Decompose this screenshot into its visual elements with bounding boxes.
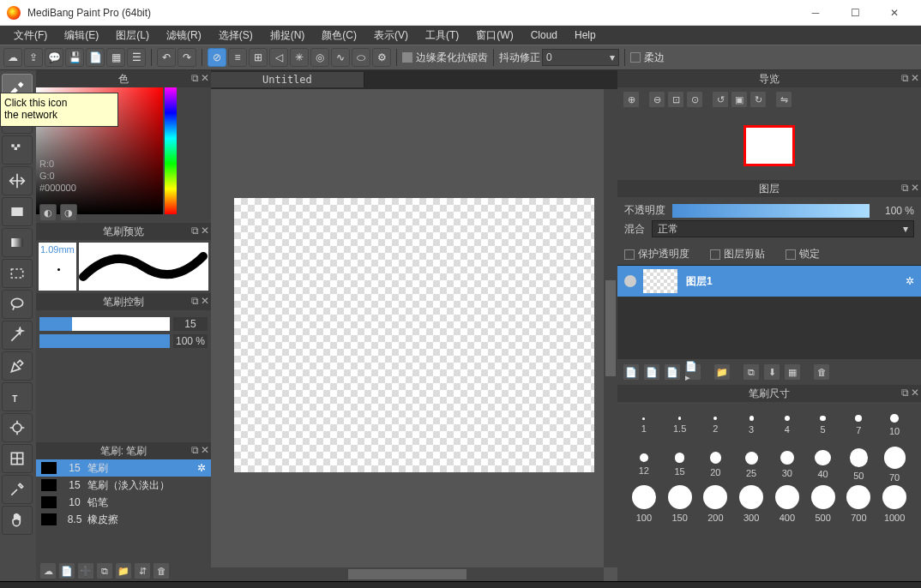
brush-size-cell[interactable]: 5 [805, 405, 841, 445]
detach-icon[interactable]: ⧉ [191, 295, 199, 307]
brush-size-cell[interactable]: 300 [733, 484, 769, 524]
brush-size-cell[interactable]: 10 [876, 405, 912, 445]
rotate-ccw-icon[interactable]: ↺ [712, 91, 729, 108]
vertical-scrollbar[interactable] [604, 89, 617, 567]
brush-size-cell[interactable]: 400 [769, 484, 805, 524]
menu-layer[interactable]: 图层(L) [107, 28, 158, 43]
shake-correction-combo[interactable]: 0▾ [542, 49, 619, 66]
canvas-area[interactable] [211, 89, 617, 581]
brush-size-cell[interactable]: 40 [805, 445, 841, 484]
close-icon[interactable]: ✕ [201, 295, 209, 307]
swatch-bg-icon[interactable]: ◑ [60, 204, 77, 221]
add-group-icon[interactable]: ➕ [77, 562, 94, 579]
zoom-in-icon[interactable]: ⊕ [623, 91, 640, 108]
redo-icon[interactable]: ↷ [178, 48, 196, 67]
lock-checkbox[interactable]: 锁定 [786, 247, 820, 261]
menu-tools[interactable]: 工具(T) [417, 28, 467, 43]
detach-icon[interactable]: ⧉ [901, 387, 909, 399]
close-icon[interactable]: ✕ [911, 72, 919, 84]
dot-tool[interactable] [2, 135, 33, 165]
brush-size-cell[interactable]: 25 [733, 445, 769, 484]
add-brush-icon[interactable]: 📄 [58, 562, 75, 579]
text-tool[interactable]: T [2, 382, 33, 411]
doc-icon[interactable]: 📄 [86, 48, 105, 67]
snap-off-icon[interactable]: ⊘ [208, 48, 226, 67]
new-1bit-layer-icon[interactable]: 📄 [664, 363, 681, 381]
rotate-reset-icon[interactable]: ▣ [731, 91, 748, 108]
close-icon[interactable]: ✕ [201, 72, 209, 84]
brush-opacity-slider[interactable] [39, 334, 170, 348]
clipping-checkbox[interactable]: 图层剪贴 [710, 247, 765, 261]
snap-ellipse-icon[interactable]: ⬭ [352, 48, 370, 67]
detach-icon[interactable]: ⧉ [901, 72, 909, 84]
close-button[interactable]: ✕ [875, 0, 914, 26]
brush-item[interactable]: 8.5橡皮擦 [36, 511, 211, 528]
snap-circle-icon[interactable]: ◎ [310, 48, 329, 67]
close-icon[interactable]: ✕ [201, 225, 209, 237]
move-tool[interactable] [2, 166, 33, 195]
snap-settings-icon[interactable]: ⚙ [372, 48, 391, 67]
menu-snap[interactable]: 捕捉(N) [262, 28, 314, 43]
duplicate-icon[interactable]: ⧉ [96, 562, 113, 579]
close-icon[interactable]: ✕ [911, 182, 919, 194]
antialias-checkbox[interactable]: 边缘柔化抗锯齿 [402, 51, 488, 65]
layer-visibility-icon[interactable] [624, 275, 636, 287]
zoom-100-icon[interactable]: ⊙ [686, 91, 703, 108]
add-special-icon[interactable]: 📄▸ [684, 363, 701, 381]
delete-layer-icon[interactable]: 🗑 [813, 363, 830, 381]
lasso-tool[interactable] [2, 290, 33, 319]
menu-cloud[interactable]: Cloud [522, 29, 566, 41]
clear-layer-icon[interactable]: ▦ [784, 363, 801, 381]
brush-size-cell[interactable]: 2 [698, 405, 734, 445]
snap-parallel-icon[interactable]: ≡ [228, 48, 247, 67]
close-icon[interactable]: ✕ [201, 444, 209, 456]
gear-icon[interactable]: ✲ [906, 275, 914, 287]
detach-icon[interactable]: ⧉ [191, 72, 199, 84]
detach-icon[interactable]: ⧉ [901, 182, 909, 194]
brush-size-cell[interactable]: 700 [841, 484, 877, 524]
brush-size-slider[interactable] [39, 317, 170, 331]
snap-grid-icon[interactable]: ⊞ [249, 48, 268, 67]
menu-color[interactable]: 颜色(C) [313, 28, 365, 43]
comment-icon[interactable]: 💬 [45, 48, 63, 67]
eyedropper-tool[interactable] [2, 475, 33, 504]
magic-wand-tool[interactable] [2, 321, 33, 350]
brush-size-cell[interactable]: 1000 [876, 484, 912, 524]
layer-row[interactable]: 图层1 ✲ [617, 266, 921, 297]
brush-size-cell[interactable]: 1.5 [662, 405, 698, 445]
blend-mode-select[interactable]: 正常▾ [652, 220, 914, 237]
pen-tool[interactable] [2, 351, 33, 381]
snap-perspective-icon[interactable]: ◁ [269, 48, 288, 67]
lock-icon[interactable]: ⇵ [134, 562, 151, 579]
merge-down-icon[interactable]: ⬇ [763, 363, 780, 381]
duplicate-layer-icon[interactable]: ⧉ [743, 363, 760, 381]
brush-item[interactable]: 15笔刷（淡入淡出） [36, 477, 211, 494]
brush-size-cell[interactable]: 3 [733, 405, 769, 445]
brush-size-cell[interactable]: 12 [626, 445, 662, 484]
grid-icon[interactable]: ▦ [106, 48, 125, 67]
opacity-slider[interactable] [672, 204, 870, 218]
maximize-button[interactable]: ☐ [835, 0, 875, 26]
brush-item[interactable]: 10铅笔 [36, 494, 211, 511]
minimize-button[interactable]: ─ [796, 0, 835, 26]
fill-rect-tool[interactable] [2, 197, 33, 226]
gradient-tool[interactable] [2, 228, 33, 257]
document-tab[interactable]: Untitled [211, 72, 364, 87]
detach-icon[interactable]: ⧉ [191, 444, 199, 456]
new-8bit-layer-icon[interactable]: 📄 [643, 363, 660, 381]
new-layer-icon[interactable]: 📄 [623, 363, 640, 381]
brush-size-cell[interactable]: 500 [805, 484, 841, 524]
softedge-checkbox[interactable]: 柔边 [630, 51, 665, 65]
menu-window[interactable]: 窗口(W) [467, 28, 521, 43]
horizontal-scrollbar[interactable] [211, 567, 604, 581]
snap-radial-icon[interactable]: ✳ [290, 48, 309, 67]
protect-alpha-checkbox[interactable]: 保护透明度 [624, 247, 689, 261]
divide-tool[interactable] [2, 444, 33, 473]
navigator-preview[interactable] [617, 111, 921, 180]
select-rect-tool[interactable] [2, 259, 33, 288]
cloud-icon[interactable]: ☁ [3, 48, 22, 67]
menu-file[interactable]: 文件(F) [5, 28, 56, 43]
hand-tool[interactable] [2, 506, 33, 535]
new-folder-icon[interactable]: 📁 [713, 363, 731, 381]
brush-size-cell[interactable]: 20 [698, 445, 734, 484]
